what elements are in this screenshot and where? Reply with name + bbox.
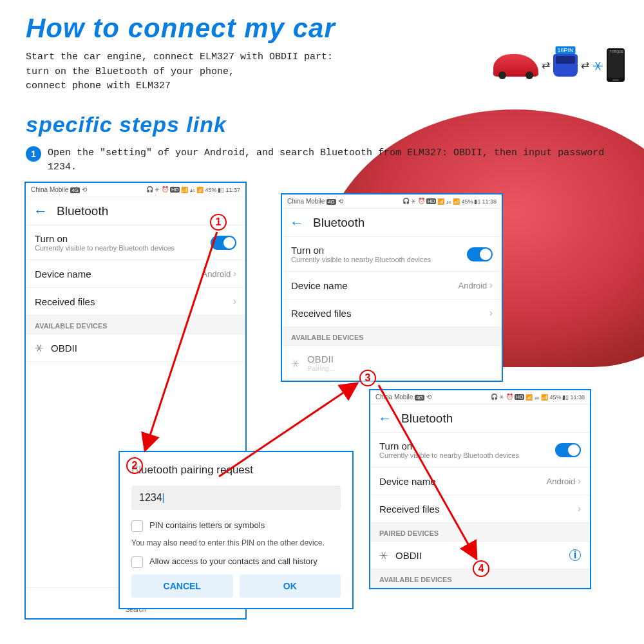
visibility-label: Currently visible to nearby Bluetooth de… [291, 256, 431, 263]
bluetooth-icon: ⚹ [592, 58, 603, 73]
bidirectional-arrow-icon: ⇄ [542, 62, 550, 68]
bluetooth-icon: ⚹ [379, 549, 388, 561]
contacts-checkbox-row[interactable]: Allow access to your contacts and call h… [131, 556, 341, 568]
battery-label: 45% [205, 187, 216, 193]
visibility-label: Currently visible to nearby Bluetooth de… [35, 244, 175, 252]
time-label: 11:38 [482, 198, 497, 205]
carrier-label: China Mobile [375, 393, 413, 401]
device-name-label: Device name [291, 280, 348, 291]
chevron-right-icon: › [233, 296, 236, 307]
screen-title: Bluetooth [57, 204, 108, 218]
chevron-right-icon: › [578, 503, 581, 515]
battery-label: 45% [549, 394, 561, 401]
device-name: OBDII [395, 550, 422, 561]
screenshot-bluetooth-paired: China Mobile 4G ⟲ 🎧 ⚹ ⏰ HD 📶 ₄₆ 📶 45% ▮▯… [369, 389, 591, 589]
device-name: OBDII [51, 343, 77, 354]
visibility-label: Currently visible to nearby Bluetooth de… [379, 451, 519, 459]
chevron-right-icon: › [233, 268, 236, 279]
pin-label: 16PIN [555, 46, 575, 54]
main-title: How to connect my car [26, 13, 625, 44]
device-name-row[interactable]: Device name Android › [370, 468, 590, 495]
phone-icon: TORQUE [607, 48, 625, 82]
chevron-right-icon: › [489, 279, 493, 290]
toggle-switch[interactable] [555, 443, 581, 457]
turn-on-label: Turn on [291, 245, 431, 256]
checkbox-icon[interactable] [131, 556, 143, 568]
step-text: Open the "setting" of your Android, and … [48, 146, 625, 175]
pin-note: You may also need to enter this PIN on t… [131, 538, 341, 547]
connection-diagram: ⇄ 16PIN ⇄ ⚹ TORQUE [493, 48, 625, 82]
device-name-row[interactable]: Device name Android › [282, 272, 502, 299]
hd-badge: HD [170, 187, 180, 193]
turn-on-label: Turn on [35, 233, 175, 244]
carrier-label: China Mobile [31, 186, 68, 193]
dialog-title: Bluetooth pairing request [131, 464, 341, 477]
bluetooth-icon: ⚹ [291, 357, 299, 369]
checkbox-label: PIN contains letters or symbols [149, 520, 265, 530]
device-name-label: Device name [379, 476, 436, 487]
paired-devices-label: PAIRED DEVICES [370, 523, 590, 542]
bluetooth-icon: ⚹ [35, 342, 43, 354]
device-name-value: Android [547, 477, 576, 486]
bluetooth-toggle-row[interactable]: Turn on Currently visible to nearby Blue… [26, 225, 245, 260]
info-icon[interactable]: i [569, 549, 581, 561]
received-files-row[interactable]: Received files › [26, 288, 245, 316]
screen-title: Bluetooth [313, 216, 365, 230]
carrier-label: China Mobile [287, 198, 325, 205]
received-files-label: Received files [291, 308, 351, 319]
back-arrow-icon[interactable]: ← [290, 214, 304, 231]
status-bar: China Mobile 4G ⟲ 🎧 ⚹ ⏰ HD 📶 ₄₆ 📶 45% ▮▯… [26, 183, 245, 197]
screen-header: ← Bluetooth [370, 404, 590, 433]
device-name-label: Device name [35, 269, 91, 279]
time-label: 11:37 [225, 187, 240, 193]
hd-badge: HD [515, 394, 525, 400]
device-name-value: Android [202, 269, 231, 279]
toggle-switch[interactable] [211, 236, 236, 250]
step-number-badge: 1 [26, 146, 41, 162]
device-name-row[interactable]: Device name Android › [26, 260, 245, 288]
hd-badge: HD [426, 198, 437, 204]
torque-label: TORQUE [610, 50, 623, 53]
available-devices-label: AVAILABLE DEVICES [282, 327, 502, 346]
screenshot-bluetooth-pairing: China Mobile 4G ⟲ 🎧 ⚹ ⏰ HD 📶 ₄₆ 📶 45% ▮▯… [281, 193, 503, 382]
back-arrow-icon[interactable]: ← [33, 203, 48, 220]
time-label: 11:38 [570, 394, 585, 401]
callout-1: 1 [210, 214, 227, 231]
device-row-obdii-pairing[interactable]: ⚹ OBDII Pairing... [282, 346, 502, 381]
received-files-row[interactable]: Received files › [370, 495, 590, 523]
section-title: specific steps link [26, 112, 625, 137]
turn-on-label: Turn on [379, 440, 519, 451]
chevron-right-icon: › [578, 475, 581, 486]
checkbox-icon[interactable] [131, 520, 143, 532]
callout-3: 3 [359, 370, 376, 386]
pin-input[interactable]: 1234| [131, 486, 341, 510]
screen-header: ← Bluetooth [282, 209, 502, 237]
received-files-row[interactable]: Received files › [282, 299, 502, 327]
checkbox-label: Allow access to your contacts and call h… [149, 556, 317, 566]
device-row-obdii[interactable]: ⚹ OBDII [26, 334, 245, 362]
bidirectional-arrow-icon: ⇄ [581, 62, 589, 68]
screenshot-pairing-dialog: Bluetooth pairing request 1234| PIN cont… [118, 451, 354, 609]
car-icon [493, 54, 538, 77]
step-instruction: 1 Open the "setting" of your Android, an… [26, 146, 625, 175]
back-arrow-icon[interactable]: ← [378, 410, 392, 427]
callout-4: 4 [473, 560, 489, 577]
received-files-label: Received files [379, 504, 439, 515]
device-name: OBDII [307, 354, 335, 365]
bluetooth-toggle-row[interactable]: Turn on Currently visible to nearby Blue… [282, 237, 502, 272]
screen-title: Bluetooth [401, 412, 453, 426]
pin-letters-checkbox-row[interactable]: PIN contains letters or symbols [131, 520, 341, 532]
toggle-switch[interactable] [467, 247, 493, 261]
status-bar: China Mobile 4G ⟲ 🎧 ⚹ ⏰ HD 📶 ₄₆ 📶 45% ▮▯… [282, 194, 502, 209]
battery-label: 45% [461, 198, 473, 205]
status-bar: China Mobile 4G ⟲ 🎧 ⚹ ⏰ HD 📶 ₄₆ 📶 45% ▮▯… [370, 390, 590, 404]
device-name-value: Android [459, 281, 488, 290]
ok-button[interactable]: OK [240, 574, 341, 598]
bluetooth-toggle-row[interactable]: Turn on Currently visible to nearby Blue… [370, 433, 590, 468]
cancel-button[interactable]: CANCEL [131, 574, 233, 598]
received-files-label: Received files [35, 296, 95, 307]
callout-2: 2 [126, 457, 143, 474]
available-devices-label: AVAILABLE DEVICES [26, 316, 245, 334]
pairing-status: Pairing... [307, 365, 335, 372]
chevron-right-icon: › [489, 307, 493, 319]
